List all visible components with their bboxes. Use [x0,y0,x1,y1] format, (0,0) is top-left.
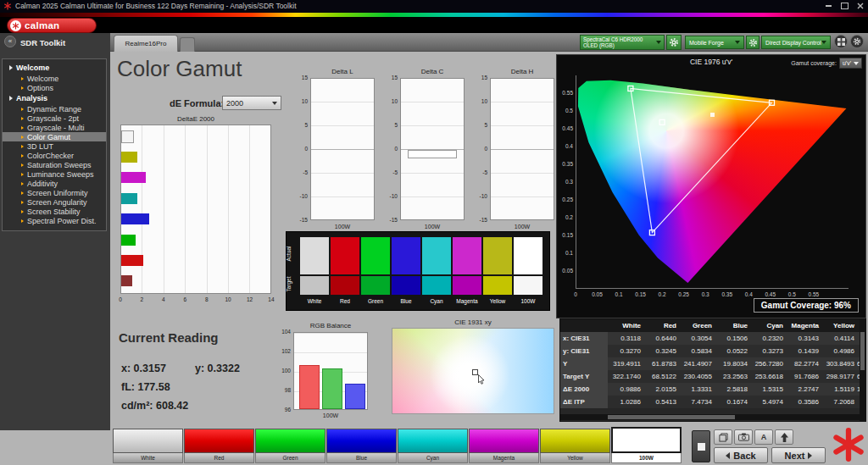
meter-line2: OLED (RGB) [583,42,656,48]
swatch-actual-yellow [483,237,512,274]
bullet-arrow-icon [21,201,24,204]
deltae-bar-green [121,235,136,246]
sidebar-item-grayscale-multi[interactable]: Grayscale - Multi [3,123,106,132]
table-v-scrollbar[interactable] [860,319,865,421]
scrollbar-thumb[interactable] [860,332,865,370]
reading-y: y: 0.3322 [195,363,240,374]
export-button[interactable] [775,429,793,445]
next-button[interactable]: Next [771,447,826,463]
delta-c-chart: Delta C 151050-5-10-15 100W [383,68,468,237]
scrollbar-thumb[interactable] [608,415,735,419]
pattern-bar: White Red Green Blue Cyan Magenta Yellow… [113,429,682,463]
bullet-arrow-icon [21,210,24,213]
display-control-dropdown[interactable]: Direct Display Control [761,36,831,49]
sidebar-item-screen-stability[interactable]: Screen Stability [3,207,106,216]
swatch-target-yellow [483,276,512,295]
de-formula-dropdown[interactable]: 2000 [222,96,281,110]
swatch-label: Yellow [540,453,610,463]
annotate-button[interactable]: A [754,429,773,445]
deltae-bar-white [121,130,134,143]
close-icon[interactable] [856,2,865,10]
meter-dropdown[interactable]: SpectraCal C6 HDR2000 OLED (RGB) [580,35,665,50]
pattern-swatch-white[interactable]: White [113,429,183,463]
swatch-comparison-panel: Actual Target White Red Green Blue Cyan … [286,231,550,311]
coverage-mode-dropdown[interactable]: u'v' [839,58,862,69]
swatch-actual-white [300,237,329,274]
rgb-balance-plot [293,332,368,410]
deltae-chart-panel: DeltaE 2000 02468101214 [119,115,281,315]
sidebar-section-welcome[interactable]: Welcome [3,62,106,74]
sidebar-item-screen-uniformity[interactable]: Screen Uniformity [3,188,106,197]
back-button[interactable]: Back [714,447,768,463]
sidebar-item-screen-angularity[interactable]: Screen Angularity [3,197,106,207]
swatch-actual-blue [392,237,420,274]
swatch-color [184,429,254,453]
sidebar-item-luminance-sweeps[interactable]: Luminance Sweeps [3,169,106,179]
sidebar-item-color-gamut[interactable]: Color Gamut [3,132,106,141]
delta-h-plot [490,78,554,220]
meter-settings-button[interactable] [666,35,682,50]
pattern-swatch-yellow[interactable]: Yellow [540,429,610,463]
reading-cdm2: cd/m²: 608.42 [121,400,188,412]
sidebar-item-welcome[interactable]: Welcome [3,74,106,83]
source-dropdown[interactable]: Mobile Forge [685,36,744,49]
tab-realme16pro[interactable]: Realme16Pro [114,35,178,52]
swatch-actual-cyan [422,237,451,274]
table-row-label: x: CIE31 [560,332,608,345]
logo-asterisk-icon [10,20,21,31]
rgb-bar-blue [345,384,365,409]
workflow-button[interactable] [834,35,848,48]
camera-icon [738,433,749,441]
sidebar-collapse-button[interactable]: « [4,36,16,47]
sidebar-item-3d-lut[interactable]: 3D LUT [3,141,106,151]
chevron-down-icon [854,62,859,65]
sidebar-item-dynamic-range[interactable]: Dynamic Range [3,104,106,113]
rgb-bar-green [322,368,342,409]
chevron-down-icon [272,102,277,105]
tab-stub[interactable] [180,37,195,52]
duplicate-window-button[interactable] [714,429,732,445]
table-row: y: CIE31 0.32700.32450.58340.05220.32730… [560,345,865,357]
table-h-scrollbar[interactable] [560,414,860,420]
measurement-marker [472,369,478,375]
pattern-swatch-blue[interactable]: Blue [326,429,397,463]
pattern-window-button[interactable] [692,430,710,462]
sidebar-item-spectral-power-dist[interactable]: Spectral Power Dist. [3,216,106,225]
pattern-swatch-red[interactable]: Red [184,429,254,463]
bullet-arrow-icon [21,182,24,185]
coverage-control: Gamut coverage: u'v' [791,58,862,69]
pattern-swatch-100w[interactable]: 100W [611,429,682,463]
bullet-arrow-icon [21,219,24,223]
target-row-label: Target [286,276,292,291]
swatch-color [398,429,468,453]
y-axis-ticks: 151050-5-10-15 [293,75,308,224]
reading-x: x: 0.3157 [121,363,166,374]
maximize-icon[interactable] [840,2,849,10]
snapshot-button[interactable] [734,429,753,445]
sidebar-item-colorchecker[interactable]: ColorChecker [3,151,106,160]
app-icon [3,2,12,10]
y-axis-ticks: 1041021009896 [275,329,291,413]
deltae-bar-red [121,255,143,266]
deltae-plot [120,125,271,294]
minimize-icon[interactable] [824,2,832,10]
target-swatches [300,276,542,295]
expand-arrow-icon [9,65,13,70]
sidebar-section-analysis[interactable]: Analysis [3,92,106,104]
swatch-target-red [331,276,359,295]
table-header-row: WhiteRedGreenBlueCyanMagentaYellow [560,319,865,332]
pattern-swatch-green[interactable]: Green [255,429,326,463]
settings-button[interactable] [850,35,864,48]
pattern-swatch-magenta[interactable]: Magenta [469,429,539,463]
sidebar-item-grayscale-2pt[interactable]: Grayscale - 2pt [3,113,106,123]
sidebar-item-additivity[interactable]: Additivity [3,179,106,188]
page-title: Color Gamut [117,56,242,82]
source-settings-button[interactable] [746,36,760,49]
display-control-label: Direct Display Control [765,40,821,46]
swatch-actual-green [361,237,390,274]
sidebar-item-options[interactable]: Options [3,83,106,92]
sidebar-item-saturation-sweeps[interactable]: Saturation Sweeps [3,160,106,169]
arrow-left-icon [726,452,730,459]
delta-h-chart: Delta H 151050-5-10-15 100W [473,68,558,237]
pattern-swatch-cyan[interactable]: Cyan [398,429,468,463]
